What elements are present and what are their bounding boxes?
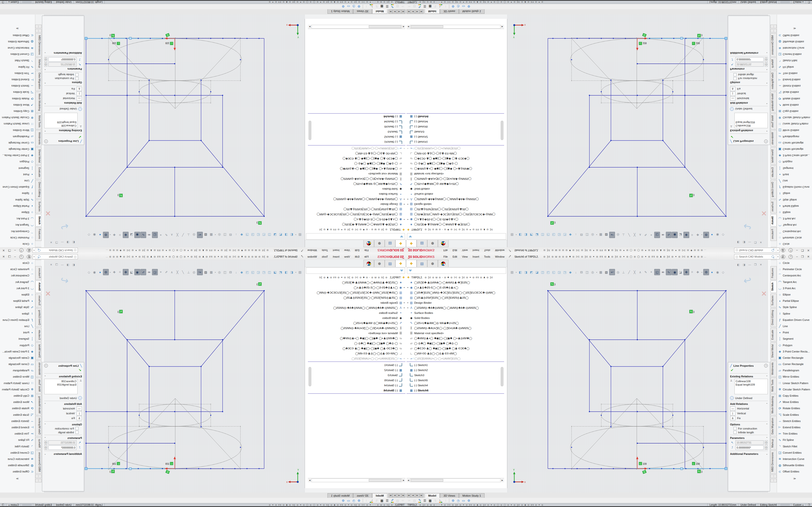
checkbox-icon[interactable] — [75, 427, 79, 430]
tree-item[interactable]: ▥◯Ƨ5✚ƷƐƧ5◯ИИ◎◦✚ƆCƷƐUƷƐƧ5◯◦◯Ƨ5ƷƐUƆƐƆC✚◦◎И… — [406, 212, 504, 217]
palette-item-move-entities[interactable]: ↗Move Entities — [777, 399, 812, 405]
scroll-thumb[interactable] — [369, 25, 401, 28]
palette-item-circular-sketch-pattern[interactable]: ✲Circular Sketch Pattern — [0, 114, 35, 121]
palette-item-centerpoint-arc[interactable]: ⌒Centerpoint Arc — [777, 228, 812, 234]
featuremanager-tab[interactable]: ❖ — [406, 240, 417, 247]
tab-nav-buttons[interactable]: |◀◀▶▶| — [388, 9, 406, 14]
commandmanager-tab-sketch[interactable]: Sketch — [35, 214, 42, 226]
palette-item-partial-ellipse[interactable]: ◖Partial Ellipse — [777, 298, 812, 304]
tree-item[interactable]: ▸▨Design Binder — [308, 300, 406, 305]
commandmanager-tab-mold-tools[interactable]: Mold Tools — [770, 113, 777, 129]
tree-item[interactable]: ▱◯✚ƐƆ©◦♟◯ ✱◉[◯◦◯[◉✱ ◯♟◦©ƆƐ✚◯ — [308, 156, 406, 161]
expand-icon[interactable]: ⌄ — [766, 52, 768, 54]
bottom-toolbar-icon[interactable]: ☰ — [423, 5, 426, 8]
palette-item-copy-entities[interactable]: ⊞Copy Entities — [0, 108, 35, 114]
search-dropdown-icon[interactable]: ▼ — [33, 248, 36, 252]
bottom-toolbar-icon[interactable]: ▤ — [396, 5, 399, 8]
expand-icon[interactable]: ⌄ — [44, 453, 46, 455]
bottom-toolbar-icon[interactable]: ⋮ — [365, 499, 367, 502]
angle-spinner[interactable]: ▲▼ — [765, 445, 768, 450]
tree-item[interactable]: ▸A◯Ƨ5ИИ◎◦✚A✚◎ИИA◯◦◯AИИ◎✚A✚◦◎ИИƧ5◯ — [406, 305, 504, 310]
commandmanager-tab-mbd-dimensions[interactable]: MBD Dimensions — [770, 450, 777, 474]
tree-expander-icon[interactable]: ▸ — [406, 301, 409, 304]
length-spinner[interactable]: ▲▼ — [44, 62, 47, 67]
palette-item-linear-sketch-pattern[interactable]: ∷Linear Sketch Pattern — [777, 380, 812, 386]
palette-item-point[interactable]: ▪Point — [0, 329, 35, 336]
palette-item-circular-sketch-pattern[interactable]: ✲Circular Sketch Pattern — [777, 386, 812, 393]
palette-item-copy-entities[interactable]: ⊞Copy Entities — [0, 393, 35, 399]
fix-relation-button[interactable]: ⚓Fix — [730, 416, 768, 420]
commandmanager-tab-mbd-dimensions[interactable]: MBD Dimensions — [35, 450, 42, 474]
palette-item-trim-entities[interactable]: ✂Trim Entities — [777, 70, 812, 76]
commandmanager-tab-sketch[interactable]: Sketch — [35, 281, 42, 293]
checkbox-icon[interactable] — [733, 77, 737, 80]
tree-expander-icon[interactable]: ▸ — [403, 203, 406, 206]
commandmanager-tab-weldments[interactable]: Weldments — [35, 360, 42, 377]
menu-window[interactable]: Window — [305, 255, 319, 259]
palette-item-center-rectangle[interactable]: ▣Center Rectangle — [777, 355, 812, 361]
search-dropdown-icon[interactable]: ▼ — [776, 255, 779, 259]
help-icon[interactable]: ? — [19, 248, 23, 252]
tree-rollback-bar[interactable] — [308, 393, 406, 394]
commandmanager-tab-evaluate[interactable]: Evaluate — [770, 165, 777, 179]
tree-filter-input[interactable] — [407, 233, 506, 239]
checkbox-icon[interactable] — [75, 77, 79, 80]
bottom-toolbar-icon[interactable]: ⇅ — [375, 5, 378, 8]
tree-item[interactable]: ▱◯✚ИИ◎♟+◯ ✱◉[◯◦◯[◉✱ ◯+♟◎ИИ✚◯ — [406, 166, 504, 171]
palette-item-offset-entities[interactable]: ⊂Offset Entities — [0, 468, 35, 475]
featuremanager-tab[interactable]: ❖ — [406, 260, 417, 267]
palette-item-3-point-arc[interactable]: ◡3 Point Arc — [0, 216, 35, 222]
last-tab-icon[interactable]: ▶| — [388, 9, 393, 14]
bottom-toolbar-icon[interactable]: ◷ — [457, 499, 459, 502]
prev-tab-icon[interactable]: ◀ — [397, 493, 401, 498]
search-dropdown-icon[interactable]: ▼ — [33, 255, 36, 259]
tag-icon[interactable]: ❒ — [806, 504, 812, 506]
fix-relation-button[interactable]: ⚓Fix — [730, 87, 768, 91]
existing-relations-header[interactable]: Existing Relations — [730, 375, 753, 378]
commandmanager-tab-mesh-modeling[interactable]: Mesh Modeling — [35, 394, 42, 415]
palette-item-trim-entities[interactable]: ✂Trim Entities — [0, 70, 35, 76]
palette-item-sketch-fillet[interactable]: ◝Sketch Fillet — [777, 443, 812, 449]
tree-item-sketch2[interactable]: ▦(-) Sketch2 — [406, 134, 504, 139]
first-tab-icon[interactable]: |◀ — [401, 493, 406, 498]
featuremanager-tab[interactable]: ❖ — [395, 260, 406, 267]
commandmanager-tab-weldments[interactable]: Weldments — [770, 360, 777, 377]
palette-item-point[interactable]: ▪Point — [0, 171, 35, 178]
tree-item[interactable]: ◓Surface Bodies — [308, 192, 406, 197]
bottom-toolbar-icon[interactable]: ▭ — [462, 5, 465, 8]
commandmanager-tab--[interactable]: ⋮ — [35, 479, 42, 483]
palette-item-corner-rectangle[interactable]: ▭Corner Rectangle — [0, 140, 35, 146]
palette-item-stretch-entities[interactable]: ↔Stretch Entities — [777, 83, 812, 89]
relations-list[interactable]: Collinear108 Equal length109 — [734, 379, 768, 394]
for-construction-checkbox[interactable]: For construction — [733, 77, 768, 80]
palette-item-rotate-entities[interactable]: ⟳Rotate Entities — [777, 96, 812, 102]
bottom-toolbar-icon[interactable]: ✑ — [408, 5, 411, 8]
ok-button[interactable]: ✔ — [44, 368, 82, 372]
infinite-length-checkbox[interactable]: Infinite length — [733, 73, 768, 76]
last-tab-icon[interactable]: ▶| — [388, 493, 393, 498]
palette-item-ellipse[interactable]: ○Ellipse — [777, 291, 812, 298]
commandmanager-tab-surfaces[interactable]: Surfaces — [770, 200, 777, 213]
bottom-toolbar-icon[interactable]: ▤ — [413, 5, 416, 8]
tree-item[interactable]: ▸▰⚿◯Ƨ5ƷƐИИAU+◯◦◯+UAИИƷƐƧ5◯ — [308, 356, 406, 361]
bottom-toolbar-icon[interactable]: ✑ — [401, 499, 404, 502]
palette-item-fit-spline[interactable]: ∿Fit Spline — [777, 437, 812, 443]
palette-item-mirror-entities[interactable]: ◫Mirror Entities — [777, 127, 812, 133]
palette-item-circle[interactable]: ○Circle — [0, 241, 35, 247]
palette-item-convert-entities[interactable]: ◲Convert Entities — [777, 450, 812, 456]
tree-item[interactable]: ☰Material <not specified> — [406, 171, 504, 176]
palette-item-center-rectangle[interactable]: ▣Center Rectangle — [777, 146, 812, 152]
angle-spinner[interactable]: ▲▼ — [765, 57, 768, 62]
tree-item[interactable]: ▱◯✚ИИ◎♟+◯ ✱◉[◯◦◯[◉✱ ◯+♟◎ИИ✚◯ — [406, 336, 504, 341]
palette-item-3-point-center-recta---[interactable]: ◈3 Point Center Recta... — [777, 348, 812, 355]
palette-item-3-point-center-recta---[interactable]: ◈3 Point Center Recta... — [0, 348, 35, 355]
palette-item-3-point-center-recta---[interactable]: ◈3 Point Center Recta... — [777, 152, 812, 159]
infinite-length-checkbox[interactable]: Infinite length — [44, 431, 79, 434]
tree-item-sketch3[interactable]: Sketch3 — [406, 129, 504, 134]
account-icon[interactable] — [27, 255, 31, 259]
palette-item-extend-entities[interactable]: ⊢Extend Entities — [777, 76, 812, 83]
tree-item[interactable]: ▸◉◯⋏♟◎✚Ƨ5◦Ɛ◯◦◯Ɛ◦Ƨ5✚◎♟⋏◯ — [406, 217, 504, 222]
commandmanager-tab-mbd-dimensions[interactable]: MBD Dimensions — [770, 33, 777, 57]
tree-item[interactable]: ▤◯Ƨ5♟◎Ƨ5ИƷƐƧ5◯◦◯Ƨ5ƷƐИƧ5◎♟Ƨ5◯ — [406, 295, 504, 300]
palette-item-extend-entities[interactable]: ⊢Extend Entities — [0, 424, 35, 431]
